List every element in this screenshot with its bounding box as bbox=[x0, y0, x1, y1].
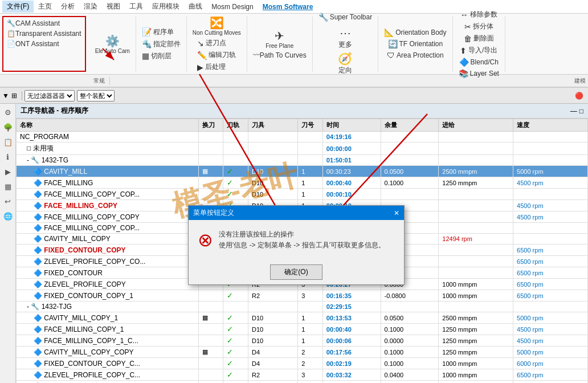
table-row[interactable]: 🔷 FACE_MILLING ✓ D101 00:00:40 0.1000 12… bbox=[17, 177, 588, 189]
ele-auto-cam-btn[interactable]: ⚙️ Ele Auto Cam bbox=[93, 33, 132, 55]
entry-icon: ↘ bbox=[197, 39, 204, 48]
orientation-group: 📐 Orientation Body 🔄 TF Orientation 🛡 Ar… bbox=[378, 16, 452, 72]
edit-path-btn[interactable]: ✏️ 编辑刀轨 bbox=[195, 49, 238, 61]
edit-icon: ✏️ bbox=[197, 51, 207, 60]
ribbon-content: 🔧 CAM Assistant 📋 Transparent Assistant … bbox=[0, 14, 588, 74]
table-row[interactable]: 🔷 ZLEVEL_PROFILE_COPY_C... ✓ R23 00:03:3… bbox=[17, 369, 588, 381]
arrange-dropdown[interactable]: 整个装配 bbox=[77, 90, 115, 101]
sidebar-history-icon[interactable]: ↩ bbox=[2, 195, 14, 207]
filter-dropdown[interactable]: 无过滤器器器 bbox=[24, 90, 75, 101]
cam-icon: 🔧 bbox=[7, 19, 15, 27]
delete-face-btn[interactable]: 🗑 删除面 bbox=[462, 32, 496, 44]
table-row[interactable]: 🔷 CAVITY_MILL_COPY_COPY ▦ ✓ D42 00:17:56… bbox=[17, 347, 588, 358]
row-name: 🔷 CAVITY_MILL_COPY bbox=[17, 234, 199, 245]
menu-tools[interactable]: 工具 bbox=[125, 1, 148, 13]
sidebar-play-icon[interactable]: ▶ bbox=[2, 165, 14, 178]
sidebar-info-icon[interactable]: ℹ bbox=[2, 150, 14, 163]
col-time: 时间 bbox=[322, 119, 381, 132]
tf-orientation-btn[interactable]: 🔄 TF Orientation bbox=[386, 38, 446, 50]
sidebar-network-icon[interactable]: 🌐 bbox=[2, 210, 14, 222]
row-name: 🔷 FACE_MILLING_COPY_COP... bbox=[17, 223, 199, 234]
menu-file[interactable]: 文件(F) bbox=[2, 1, 34, 13]
entry-point-btn[interactable]: ↘ 进刀点 bbox=[195, 37, 238, 49]
menu-appmodule[interactable]: 应用模块 bbox=[148, 1, 184, 13]
toolbar-icon-1[interactable]: ▼ bbox=[2, 92, 9, 100]
table-row[interactable]: 🔷 FIXED_CONTOUR_COPY_1 ✓ R23 00:16:35 -0… bbox=[17, 290, 588, 301]
table-row[interactable]: 🔷 CAVITY_MILL ▦ ✓ D101 00:30:23 0.0500 2… bbox=[17, 166, 588, 177]
transparent-icon: 📋 bbox=[7, 30, 15, 38]
error-dialog[interactable]: 菜单按钮定义 ✕ ⊗ 没有注册该按钮上的操作 使用'信息 -> 定制菜单条 ->… bbox=[188, 205, 405, 285]
layer-set-icon: 📚 bbox=[459, 69, 468, 78]
sidebar: ⚙ 🌳 📋 ℹ ▶ ▦ ↩ 🌐 bbox=[0, 104, 16, 383]
sidebar-layers-icon[interactable]: ▦ bbox=[2, 180, 14, 193]
row-name: 🔷 FIXED_CONTOUR bbox=[17, 267, 199, 279]
more-icon: ⋯ bbox=[340, 26, 351, 40]
layer-set-btn[interactable]: 📚 Layer Set bbox=[456, 68, 501, 79]
toolbar-icon-2[interactable]: ⊞ bbox=[11, 92, 17, 100]
table-row[interactable]: □ 未用项 00:00:00 bbox=[17, 142, 588, 155]
table-row[interactable]: 🔷 FACE_MILLING_COPY_COP... ✓ D101 00:00:… bbox=[17, 189, 588, 200]
secondary-toolbar: ▼ ⊞ 无过滤器器器 整个装配 🔴 bbox=[0, 88, 588, 104]
toolbar-action-btn[interactable]: 🔴 bbox=[575, 92, 583, 100]
cam-assistant-btn[interactable]: 🔧 CAM Assistant bbox=[5, 18, 84, 28]
orientation-icon: 📐 bbox=[384, 28, 394, 37]
dialog-body: ⊗ 没有注册该按钮上的操作 使用'信息 -> 定制菜单条 -> 报告工具'可获取… bbox=[189, 220, 404, 260]
super-toolbar-btn[interactable]: 🔧 Super Toolbar bbox=[316, 11, 375, 23]
program-group: 📝 程序单 🔩 指定部件 ▦ 切削层 bbox=[136, 16, 187, 72]
import-export-btn[interactable]: ⬆ 导入/导出 bbox=[458, 44, 500, 56]
col-tool: 刀具 bbox=[248, 119, 297, 132]
non-cutting-btn[interactable]: 🔀 Non Cutting Moves bbox=[190, 15, 243, 37]
blend-btn[interactable]: 🔷 Blend/Ch bbox=[457, 56, 501, 68]
sidebar-nav-icon[interactable]: 📋 bbox=[2, 136, 14, 148]
transparent-assistant-btn[interactable]: 📋 Transparent Assistant bbox=[5, 28, 84, 39]
table-row[interactable]: - 🔧 1432-TJG 02:29:15 bbox=[17, 301, 588, 312]
col-name: 名称 bbox=[17, 119, 199, 132]
dialog-title-bar: 菜单按钮定义 ✕ bbox=[189, 206, 404, 220]
menu-render[interactable]: 渲染 bbox=[79, 1, 102, 13]
table-row[interactable]: - 🔧 1432-TG 01:50:01 bbox=[17, 155, 588, 166]
menu-curve[interactable]: 曲线 bbox=[184, 1, 207, 13]
col-allowance: 余量 bbox=[381, 119, 439, 132]
menu-home[interactable]: 主页 bbox=[34, 1, 56, 13]
post-process-btn[interactable]: ▶ 后处理 bbox=[195, 61, 238, 73]
sidebar-tree-icon[interactable]: 🌳 bbox=[2, 121, 14, 133]
right-group: ↔ 移除参数 ✂ 拆分体 🗑 删除面 ⬆ 导入/导出 🔷 Blend/Ch 📚 bbox=[453, 16, 505, 72]
menu-analysis[interactable]: 分析 bbox=[56, 1, 79, 13]
col-toolno: 刀号 bbox=[298, 119, 323, 132]
nav-maximize-btn[interactable]: □ bbox=[579, 107, 583, 115]
path-icon: 〰 bbox=[253, 51, 260, 59]
layer-icon: ▦ bbox=[142, 51, 149, 60]
menu-mosm-software[interactable]: Mosm Software bbox=[258, 2, 318, 12]
table-row[interactable]: 🔷 CAVITY_MILL_COPY_1 ▦ ✓ D101 00:13:53 0… bbox=[17, 312, 588, 324]
col-toolchange: 换刀 bbox=[198, 119, 223, 132]
table-row[interactable]: 🔷 FACE_MILLING_COPY_1_C... ✓ D101 00:00:… bbox=[17, 335, 588, 347]
cut-layer-btn[interactable]: ▦ 切削层 bbox=[140, 50, 183, 62]
move-param-btn[interactable]: ↔ 移除参数 bbox=[458, 9, 500, 21]
row-name: 🔷 CAVITY_MILL bbox=[17, 166, 199, 177]
split-body-btn[interactable]: ✂ 拆分体 bbox=[462, 21, 496, 32]
orientation-body-btn[interactable]: 📐 Orientation Body bbox=[382, 27, 448, 38]
post-icon: ▶ bbox=[197, 63, 203, 72]
path-to-curves-btn[interactable]: 〰 Path To Curves bbox=[251, 50, 309, 60]
table-row[interactable]: NC_PROGRAM 04:19:16 bbox=[17, 132, 588, 142]
area-protection-btn[interactable]: 🛡 Area Protection bbox=[385, 50, 446, 61]
dialog-close-btn[interactable]: ✕ bbox=[394, 209, 399, 217]
nav-minimize-btn[interactable]: — bbox=[570, 107, 577, 115]
ont-assistant-btn[interactable]: 📄 ONT Assistant bbox=[5, 39, 84, 49]
table-row[interactable]: 🔷 ... ✓ R23 00:03:28 bbox=[17, 381, 588, 384]
specify-part-btn[interactable]: 🔩 指定部件 bbox=[140, 38, 183, 50]
menu-view[interactable]: 视图 bbox=[102, 1, 125, 13]
free-plane-btn[interactable]: ✈ Free Plane bbox=[263, 28, 296, 50]
define-btn[interactable]: 🧭 定向 bbox=[331, 51, 360, 76]
table-row[interactable]: 🔷 FIXED_CONTOUR_COPY_C... ✓ D42 00:02:19… bbox=[17, 358, 588, 369]
move-icon: ↔ bbox=[460, 10, 468, 19]
dialog-ok-button[interactable]: 确定(O) bbox=[270, 264, 322, 280]
toolbar-separator bbox=[22, 91, 22, 100]
sidebar-gear-icon[interactable]: ⚙ bbox=[2, 106, 14, 119]
more-btn[interactable]: ⋯ 更多 bbox=[331, 25, 360, 51]
row-name: 🔷 FIXED_CONTOUR_COPY_C... bbox=[17, 358, 199, 369]
menu-mosm-design[interactable]: Mosm Design bbox=[207, 2, 258, 12]
table-row[interactable]: 🔷 FACE_MILLING_COPY_1 ✓ D101 00:00:40 0.… bbox=[17, 324, 588, 335]
error-icon: ⊗ bbox=[198, 229, 213, 251]
program-list-btn[interactable]: 📝 程序单 bbox=[140, 26, 183, 38]
